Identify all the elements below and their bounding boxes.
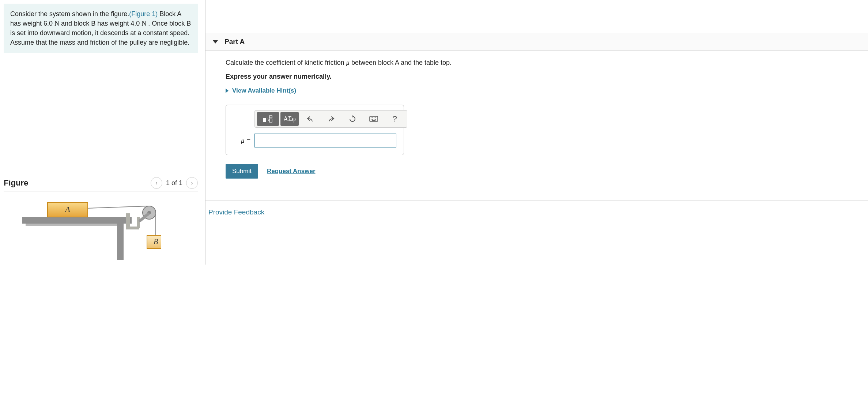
- part-title: Part A: [224, 38, 245, 46]
- svg-rect-26: [372, 120, 375, 121]
- problem-text-3: and block B has weight 4.0: [59, 20, 141, 27]
- greek-symbols-button[interactable]: ΑΣφ: [280, 112, 299, 126]
- mu-equals-label: μ =: [233, 136, 251, 145]
- provide-feedback-link[interactable]: Provide Feedback: [208, 208, 264, 216]
- caret-right-icon: [226, 89, 229, 93]
- redo-button[interactable]: [321, 112, 341, 126]
- unit-N-1: N: [54, 20, 59, 27]
- view-hints-link[interactable]: View Available Hint(s): [226, 87, 861, 94]
- caret-down-icon: [213, 40, 218, 44]
- mu-symbol: μ: [346, 59, 350, 66]
- express-instruction: Express your answer numerically.: [226, 73, 861, 81]
- figure-diagram: A B: [4, 195, 161, 261]
- figure-next-button[interactable]: ›: [186, 177, 198, 189]
- svg-point-25: [375, 119, 376, 120]
- svg-point-18: [371, 117, 371, 118]
- question-after-mu: between block A and the table top.: [350, 59, 452, 66]
- svg-point-22: [371, 119, 371, 120]
- svg-rect-0: [22, 217, 132, 224]
- svg-rect-5: [137, 217, 140, 228]
- svg-point-23: [372, 119, 373, 120]
- answer-input[interactable]: [254, 134, 396, 147]
- reset-icon: [349, 115, 356, 123]
- redo-icon: [328, 116, 335, 122]
- equation-toolbar: √ ΑΣφ: [254, 110, 407, 128]
- svg-rect-13: [263, 118, 266, 122]
- svg-point-21: [375, 117, 376, 118]
- request-answer-link[interactable]: Request Answer: [267, 168, 316, 175]
- svg-rect-2: [26, 224, 117, 226]
- figure-link[interactable]: (Figure 1): [129, 10, 158, 18]
- answer-box: √ ΑΣφ: [226, 105, 404, 155]
- math-templates-button[interactable]: √: [257, 112, 279, 126]
- keyboard-button[interactable]: [364, 112, 384, 126]
- part-header[interactable]: Part A: [205, 33, 868, 50]
- math-templates-icon: √: [263, 115, 273, 123]
- keyboard-icon: [369, 116, 378, 122]
- svg-point-19: [372, 117, 373, 118]
- svg-line-10: [88, 206, 149, 208]
- svg-point-20: [374, 117, 374, 118]
- undo-icon: [306, 116, 314, 122]
- svg-text:√: √: [267, 116, 271, 122]
- reset-button[interactable]: [343, 112, 362, 126]
- provide-feedback-row: Provide Feedback: [205, 201, 868, 216]
- svg-rect-3: [126, 213, 130, 228]
- undo-button[interactable]: [300, 112, 320, 126]
- block-a-label: A: [64, 205, 70, 214]
- svg-point-24: [374, 119, 374, 120]
- question-text: Calculate the coefficient of kinetic fri…: [226, 58, 861, 68]
- submit-button[interactable]: Submit: [226, 164, 258, 179]
- question-before-mu: Calculate the coefficient of kinetic fri…: [226, 59, 346, 66]
- figure-title: Figure: [4, 178, 28, 188]
- hints-label: View Available Hint(s): [232, 87, 296, 94]
- unit-N-2: N: [141, 20, 146, 27]
- block-b-label: B: [154, 237, 158, 246]
- figure-prev-button[interactable]: ‹: [151, 177, 162, 189]
- svg-rect-1: [117, 224, 124, 260]
- problem-statement: Consider the system shown in the figure.…: [4, 4, 198, 53]
- figure-pager: 1 of 1: [166, 179, 182, 187]
- problem-text-1: Consider the system shown in the figure.: [10, 10, 129, 18]
- help-button[interactable]: ?: [385, 112, 405, 126]
